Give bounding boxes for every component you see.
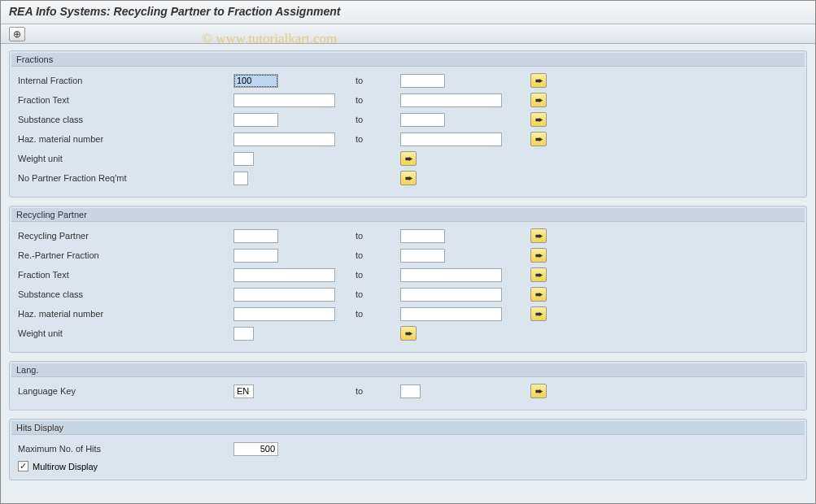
weight-unit-input[interactable]	[233, 152, 254, 166]
arrow-icon: ➨	[535, 309, 543, 319]
clock-icon: ⊕	[13, 28, 21, 40]
to-label: to	[339, 309, 400, 319]
arrow-icon: ➨	[535, 250, 543, 261]
multiple-selection-button[interactable]: ➨	[400, 151, 417, 166]
internal-fraction-from-input[interactable]	[233, 74, 278, 88]
group-fractions: Fractions Internal Fraction to ➨ Fractio…	[9, 50, 807, 198]
rp-fraction-text-label: Fraction Text	[18, 270, 233, 280]
weight-unit-label: Weight unit	[18, 154, 233, 163]
multiple-selection-button[interactable]: ➨	[530, 132, 547, 146]
language-key-to-input[interactable]	[400, 385, 421, 398]
re-partner-fraction-to-input[interactable]	[400, 249, 445, 263]
to-label: to	[339, 95, 400, 105]
rp-weight-unit-label: Weight unit	[18, 328, 233, 338]
haz-material-label: Haz. material number	[18, 134, 233, 144]
arrow-icon: ➨	[535, 231, 543, 241]
rp-weight-unit-input[interactable]	[233, 327, 254, 341]
no-partner-input[interactable]	[233, 172, 248, 185]
to-label: to	[339, 386, 400, 396]
rp-substance-class-to-input[interactable]	[400, 288, 502, 302]
group-hits: Hits Display Maximum No. of Hits ✓ Multi…	[9, 419, 807, 480]
multirow-label: Multirow Display	[33, 462, 98, 471]
multiple-selection-button[interactable]: ➨	[400, 171, 417, 185]
haz-material-from-input[interactable]	[233, 133, 335, 146]
rp-fraction-text-to-input[interactable]	[400, 268, 502, 282]
group-hits-title: Hits Display	[11, 421, 805, 435]
multiple-selection-button[interactable]: ➨	[530, 112, 547, 127]
fraction-text-label: Fraction Text	[18, 95, 233, 105]
to-label: to	[339, 289, 400, 299]
check-icon: ✓	[20, 462, 27, 471]
application-toolbar: ⊕	[1, 24, 815, 44]
haz-material-to-input[interactable]	[400, 133, 502, 146]
group-recycling-partner-title: Recycling Partner	[11, 208, 805, 222]
rp-substance-class-from-input[interactable]	[233, 288, 335, 302]
arrow-icon: ➨	[405, 154, 412, 164]
to-label: to	[339, 134, 400, 144]
arrow-icon: ➨	[535, 134, 543, 145]
to-label: to	[339, 231, 400, 241]
rp-haz-material-to-input[interactable]	[400, 307, 502, 321]
multiple-selection-button[interactable]: ➨	[530, 73, 547, 88]
language-key-from-input[interactable]	[233, 385, 254, 398]
multiple-selection-button[interactable]: ➨	[530, 93, 547, 107]
fraction-text-to-input[interactable]	[400, 93, 502, 107]
substance-class-from-input[interactable]	[233, 113, 278, 127]
internal-fraction-label: Internal Fraction	[18, 76, 233, 85]
recycling-partner-label: Recycling Partner	[18, 231, 233, 241]
multirow-checkbox[interactable]: ✓	[18, 461, 28, 471]
multiple-selection-button[interactable]: ➨	[530, 267, 547, 282]
max-hits-input[interactable]	[233, 442, 278, 456]
re-partner-fraction-label: Re.-Partner Fraction	[18, 250, 233, 260]
re-partner-fraction-from-input[interactable]	[233, 249, 278, 263]
window-title: REA Info Systems: Recycling Partner to F…	[1, 1, 815, 24]
arrow-icon: ➨	[535, 289, 543, 300]
arrow-icon: ➨	[535, 270, 543, 280]
recycling-partner-from-input[interactable]	[233, 229, 278, 243]
arrow-icon: ➨	[535, 95, 543, 106]
multiple-selection-button[interactable]: ➨	[400, 326, 417, 341]
group-lang-title: Lang.	[11, 363, 805, 377]
arrow-icon: ➨	[405, 173, 412, 184]
rp-haz-material-from-input[interactable]	[233, 307, 335, 321]
internal-fraction-to-input[interactable]	[400, 74, 445, 88]
rp-substance-class-label: Substance class	[18, 289, 233, 299]
arrow-icon: ➨	[535, 76, 543, 86]
multiple-selection-button[interactable]: ➨	[530, 287, 547, 302]
max-hits-label: Maximum No. of Hits	[18, 444, 233, 454]
content-area: Fractions Internal Fraction to ➨ Fractio…	[1, 44, 815, 495]
language-key-label: Language Key	[18, 386, 233, 396]
to-label: to	[339, 115, 400, 124]
arrow-icon: ➨	[535, 386, 543, 397]
multiple-selection-button[interactable]: ➨	[530, 384, 547, 398]
arrow-icon: ➨	[405, 328, 412, 339]
rp-haz-material-label: Haz. material number	[18, 309, 233, 319]
fraction-text-from-input[interactable]	[233, 93, 335, 107]
recycling-partner-to-input[interactable]	[400, 229, 445, 243]
to-label: to	[339, 76, 400, 85]
to-label: to	[339, 250, 400, 260]
no-partner-label: No Partner Fraction Req'mt	[18, 173, 233, 183]
multiple-selection-button[interactable]: ➨	[530, 306, 547, 321]
substance-class-label: Substance class	[18, 115, 233, 124]
multiple-selection-button[interactable]: ➨	[530, 248, 547, 263]
group-recycling-partner: Recycling Partner Recycling Partner to ➨…	[9, 206, 807, 353]
group-fractions-title: Fractions	[11, 53, 805, 67]
to-label: to	[339, 270, 400, 280]
arrow-icon: ➨	[535, 115, 543, 125]
multiple-selection-button[interactable]: ➨	[530, 228, 547, 243]
group-lang: Lang. Language Key to ➨	[9, 361, 807, 411]
rp-fraction-text-from-input[interactable]	[233, 268, 335, 282]
substance-class-to-input[interactable]	[400, 113, 445, 127]
execute-button[interactable]: ⊕	[9, 27, 25, 41]
